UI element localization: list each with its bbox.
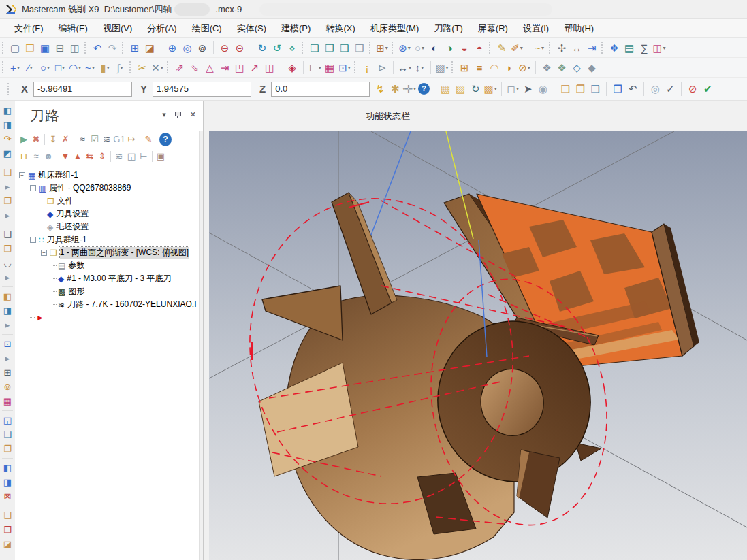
- curve-style-button[interactable]: ~▾: [533, 39, 546, 56]
- dim-horizontal-button-dropdown-icon[interactable]: ▾: [409, 65, 411, 71]
- edit-path-button[interactable]: ✎: [142, 133, 155, 146]
- shade-off-button[interactable]: ◐: [428, 39, 441, 56]
- point-button-dropdown-icon[interactable]: ▾: [17, 65, 20, 71]
- paste-rotate-button[interactable]: ◨: [1, 118, 14, 131]
- fillet-button-dropdown-icon[interactable]: ▾: [78, 65, 81, 71]
- trim-button[interactable]: ✂: [136, 59, 149, 76]
- solid-result-button[interactable]: ❏: [558, 81, 572, 97]
- tree-node-tool-settings[interactable]: ◆刀具设置: [15, 208, 203, 220]
- tree-node-operation-1[interactable]: −❐1 - 两曲面之间渐变 - [WCS: 俯视图]: [15, 246, 203, 259]
- tree-node-operation-1-expand-box[interactable]: −: [41, 250, 47, 256]
- fillet-button[interactable]: ◠▾: [68, 59, 82, 76]
- gview-axis-button-dropdown-icon[interactable]: ▾: [319, 65, 321, 71]
- paste-up-button[interactable]: ◧: [1, 104, 14, 117]
- tree-node-files[interactable]: ❒文件: [15, 195, 203, 208]
- book-blue-button[interactable]: ◨: [1, 476, 14, 489]
- tree-node-machine-group[interactable]: −▦机床群组-1: [15, 169, 203, 182]
- shade-translucent-button[interactable]: ◓: [473, 39, 486, 56]
- surface-rough-button[interactable]: ⊞: [458, 59, 471, 76]
- analyze-position-button[interactable]: ✢: [555, 39, 569, 56]
- film-button[interactable]: ▣: [155, 150, 167, 163]
- record-button[interactable]: ◎: [648, 81, 662, 97]
- layout-button[interactable]: ◫▾: [652, 39, 666, 56]
- view-sheet-button-dropdown-icon[interactable]: ▾: [348, 65, 351, 71]
- select-hand-button[interactable]: ▧: [439, 81, 452, 97]
- menu-help[interactable]: 帮助(H): [556, 20, 601, 37]
- view-wireframe-button[interactable]: ❒: [353, 39, 366, 56]
- swarf-button[interactable]: ◗: [503, 59, 516, 76]
- xform-project-button[interactable]: ⇥: [218, 59, 232, 76]
- cube-pair-button[interactable]: ◨: [1, 304, 14, 317]
- line-button[interactable]: ∕▾: [23, 59, 37, 76]
- planes-button[interactable]: ▦: [323, 59, 336, 76]
- repaint-button[interactable]: ◪: [143, 39, 157, 56]
- report-button[interactable]: ▤: [622, 39, 636, 56]
- rotate-view-button[interactable]: ↺: [270, 39, 284, 56]
- select-sync-button[interactable]: ↻: [468, 81, 482, 97]
- stock-display-button-dropdown-icon[interactable]: ▾: [494, 86, 497, 92]
- shade-on-button[interactable]: ◑: [443, 39, 456, 56]
- analyze-distance-button[interactable]: ↔: [570, 39, 584, 56]
- move-down-button[interactable]: ▼: [59, 150, 71, 163]
- curve-style-button-dropdown-icon[interactable]: ▾: [541, 45, 544, 51]
- open-file-button[interactable]: ❒: [23, 39, 37, 56]
- surface-finish-button[interactable]: ≡: [473, 59, 486, 76]
- select-cursor-button[interactable]: ➤: [521, 81, 535, 97]
- fit-screen-button[interactable]: ⊞: [128, 39, 142, 56]
- recalc-button[interactable]: ◱: [125, 150, 138, 163]
- zoom-target-button[interactable]: ◎: [180, 39, 194, 56]
- measure-button[interactable]: ⊢: [138, 150, 150, 163]
- sphere-shade-button-dropdown-icon[interactable]: ▾: [422, 45, 424, 51]
- resume-button[interactable]: ✔: [701, 81, 714, 97]
- tree-node-toolpath-file[interactable]: ≋刀路 - 7.7K - 160702-YELUNXIAO.I: [15, 298, 203, 311]
- hatch-button[interactable]: ▨▾: [435, 59, 449, 76]
- unselect-all-operations-button[interactable]: ✖: [30, 133, 42, 146]
- line-button-dropdown-icon[interactable]: ▾: [30, 65, 33, 71]
- machine-router-button[interactable]: ◇: [570, 59, 584, 76]
- cube-draft-button[interactable]: ❐: [1, 195, 14, 208]
- view-top-button[interactable]: ❏: [308, 39, 321, 56]
- gview-globe-button-dropdown-icon[interactable]: ▾: [408, 45, 411, 51]
- surface-button-dropdown-icon[interactable]: ▾: [121, 65, 123, 71]
- rect-button-dropdown-icon[interactable]: ▾: [62, 65, 65, 71]
- print-button[interactable]: ⊟: [53, 39, 67, 56]
- select-sphere-button[interactable]: ◉: [536, 81, 550, 97]
- cube-person-button[interactable]: ❏: [1, 428, 14, 441]
- select-box-button-dropdown-icon[interactable]: ▾: [516, 86, 519, 92]
- menu-analyze[interactable]: 分析(A): [140, 20, 184, 37]
- circle-button-dropdown-icon[interactable]: ▾: [47, 65, 50, 71]
- select-box-button[interactable]: ◻▾: [506, 81, 520, 97]
- brush-cube-button[interactable]: ◩: [1, 147, 14, 160]
- tree-node-parameters[interactable]: ▤参数: [15, 259, 203, 272]
- spline-button-dropdown-icon[interactable]: ▾: [92, 65, 95, 71]
- tree-node-stock-setup[interactable]: ◈毛坯设置: [15, 220, 203, 233]
- cube-dark-button[interactable]: ❑: [1, 228, 14, 241]
- undo-button[interactable]: ↶: [91, 39, 104, 56]
- pencil-multi-button-dropdown-icon[interactable]: ▾: [520, 45, 523, 51]
- panel-scrollbar[interactable]: [199, 131, 203, 560]
- cube-up-button[interactable]: ◧: [1, 290, 14, 303]
- cylinder-button[interactable]: ▮▾: [98, 59, 112, 76]
- cube-slice-button[interactable]: ❐: [1, 442, 14, 455]
- gview-axis-button[interactable]: ∟▾: [308, 59, 321, 76]
- flyout-arrow-2[interactable]: ▸: [1, 209, 14, 222]
- lock-button[interactable]: ⊓: [18, 150, 30, 163]
- curve-arrow-button[interactable]: ↷: [1, 133, 14, 146]
- redo-button[interactable]: ↷: [106, 39, 119, 56]
- viewport-3d[interactable]: [209, 131, 747, 560]
- pencil-multi-button[interactable]: ✐▾: [510, 39, 524, 56]
- book-pencil-button[interactable]: ◧: [1, 461, 14, 474]
- menu-solids[interactable]: 实体(S): [229, 20, 274, 37]
- tree-node-tool-group-expand-box[interactable]: −: [30, 237, 36, 243]
- move-up-button[interactable]: ▲: [71, 150, 84, 163]
- regen-selected-button[interactable]: ↧: [47, 133, 59, 146]
- verify-button[interactable]: ☑: [89, 133, 101, 146]
- axis-snap-button[interactable]: ✛▾: [403, 81, 417, 97]
- tree-node-geometry[interactable]: ▩图形: [15, 285, 203, 298]
- zoom-window-button[interactable]: ⊕: [165, 39, 179, 56]
- note-bulb-button[interactable]: ¡: [360, 59, 374, 76]
- g1-button[interactable]: G1: [113, 133, 125, 146]
- menu-model[interactable]: 建模(P): [274, 20, 318, 37]
- toolpath-display-button[interactable]: ≈: [30, 150, 42, 163]
- zoom-selected-button[interactable]: ⊚: [195, 39, 209, 56]
